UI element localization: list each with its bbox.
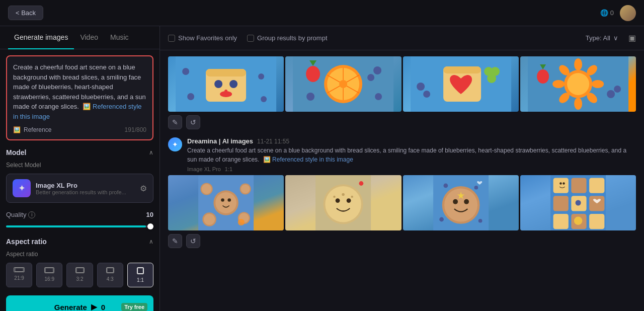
cookie-image-4[interactable] [520, 175, 636, 230]
svg-point-40 [574, 58, 582, 70]
group-results-toggle[interactable]: Group results by prompt [247, 34, 327, 42]
refresh-button-1[interactable]: ↺ [186, 115, 200, 129]
svg-point-48 [537, 69, 549, 84]
svg-point-28 [375, 93, 382, 100]
fruit-image-section: ✎ ↺ ✦ Dreamina | AI images 11-21 11:55 C… [160, 50, 644, 258]
fruit-image-4[interactable] [520, 56, 636, 112]
svg-point-96 [562, 182, 565, 184]
slider-fill [6, 225, 146, 227]
try-free-badge: Try free [121, 303, 147, 311]
back-button[interactable]: < Back [8, 6, 43, 20]
model-chevron-icon[interactable]: ∧ [149, 149, 153, 156]
generate-count: 0 [101, 303, 105, 312]
select-model-label: Select Model [6, 162, 153, 169]
aspect-btn-16-9[interactable]: 16:9 [36, 263, 62, 287]
archive-icon[interactable]: ▣ [628, 33, 636, 43]
svg-rect-0 [15, 268, 24, 271]
svg-rect-31 [443, 66, 481, 73]
ai-model-tag: Image XL Pro [187, 166, 221, 172]
aspect-btn-4-3[interactable]: 4:3 [97, 263, 123, 287]
generate-button[interactable]: Generate ▶ 0 Try free [6, 295, 153, 311]
prompt-box[interactable]: Create a cheerful food art scene on a bl… [6, 55, 153, 140]
svg-point-84 [478, 219, 482, 223]
svg-rect-2 [76, 268, 83, 272]
fruit-svg-4 [520, 56, 636, 112]
svg-point-62 [204, 214, 215, 225]
type-dropdown[interactable]: Type: All ∨ [586, 34, 618, 42]
globe-badge: 🌐 0 [600, 9, 614, 17]
ai-meta: Dreamina | AI images 11-21 11:55 Create … [187, 137, 636, 172]
sidebar: Generate images Video Music Create a che… [0, 26, 160, 311]
model-section-header: Model ∧ [6, 148, 153, 157]
fruit-image-2[interactable] [285, 56, 401, 112]
group-results-checkbox[interactable] [247, 35, 254, 42]
type-label: Type: All [586, 34, 610, 42]
svg-point-51 [614, 86, 621, 93]
refresh-button-2[interactable]: ↺ [186, 234, 200, 248]
fruit-svg-3 [403, 56, 519, 112]
aspect-ratio-label: Aspect ratio [6, 251, 153, 258]
generate-icon: ▶ [91, 302, 97, 311]
svg-point-73 [351, 196, 353, 198]
cookie-svg-2 [285, 175, 401, 230]
svg-point-26 [367, 74, 374, 81]
cookie-image-1[interactable] [168, 175, 284, 230]
svg-point-12 [182, 68, 189, 75]
fruit-image-1[interactable] [168, 56, 284, 112]
tab-generate-images[interactable]: Generate images [8, 26, 74, 49]
svg-point-60 [241, 185, 250, 194]
svg-rect-89 [553, 196, 568, 211]
svg-rect-87 [571, 178, 586, 193]
aspect-btn-21-9[interactable]: 21:9 [6, 263, 32, 287]
cookie-image-2[interactable] [285, 175, 401, 230]
svg-rect-86 [553, 178, 568, 193]
svg-rect-94 [589, 214, 604, 229]
svg-point-22 [339, 80, 347, 88]
cookie-svg-4 [520, 175, 636, 230]
fruit-image-3[interactable] [403, 56, 519, 112]
content-scroll[interactable]: ✎ ↺ ✦ Dreamina | AI images 11-21 11:55 C… [160, 50, 644, 311]
svg-point-46 [552, 80, 565, 88]
svg-point-81 [443, 184, 448, 188]
svg-point-97 [575, 200, 581, 206]
svg-point-23 [306, 66, 320, 82]
globe-icon: 🌐 [600, 9, 608, 17]
quality-slider[interactable] [6, 225, 153, 227]
svg-point-15 [261, 96, 267, 102]
svg-point-72 [334, 196, 336, 198]
aspect-btn-3-2[interactable]: 3:2 [66, 263, 93, 287]
reference-button[interactable]: 🖼️ Reference [13, 126, 51, 133]
svg-rect-92 [553, 214, 568, 229]
tab-video[interactable]: Video [74, 26, 104, 49]
tab-music[interactable]: Music [104, 26, 135, 49]
svg-point-39 [567, 73, 589, 95]
cookie-image-row [168, 175, 636, 230]
aspect-ratio-section: Aspect ratio ∧ Aspect ratio 21:9 16:9 [6, 238, 153, 287]
model-card[interactable]: ✦ Image XL Pro Better generation results… [6, 174, 153, 203]
aspect-btn-1-1[interactable]: 1:1 [127, 263, 153, 287]
aspect-ratio-options: 21:9 16:9 3:2 4:3 [6, 263, 153, 287]
aspect-icon-21-9 [14, 267, 25, 272]
ai-name-row: Dreamina | AI images 11-21 11:55 [187, 137, 636, 145]
aspect-ratio-title: Aspect ratio [6, 238, 47, 246]
ai-response-header: ✦ Dreamina | AI images 11-21 11:55 Creat… [168, 133, 636, 175]
ai-name: Dreamina | AI images [187, 137, 253, 145]
aspect-ratio-header: Aspect ratio ∧ [6, 238, 153, 246]
first-section-controls: ✎ ↺ [168, 113, 636, 133]
quality-label: Quality i [6, 211, 35, 218]
show-favorites-checkbox[interactable] [168, 35, 175, 42]
svg-point-25 [373, 66, 381, 74]
cookie-image-3[interactable] [403, 175, 519, 230]
show-favorites-toggle[interactable]: Show Favorites only [168, 34, 237, 42]
model-settings-icon[interactable]: ⚙ [140, 184, 147, 193]
content-area: Show Favorites only Group results by pro… [160, 26, 644, 311]
model-info: Image XL Pro Better generation results w… [36, 182, 135, 195]
edit-button-1[interactable]: ✎ [168, 115, 182, 129]
aspect-chevron-icon[interactable]: ∧ [149, 238, 153, 245]
edit-button-2[interactable]: ✎ [168, 234, 182, 248]
quality-section: Quality i 10 [6, 211, 153, 229]
avatar[interactable] [620, 5, 636, 21]
model-icon: ✦ [13, 179, 31, 197]
ai-prompt-link[interactable]: Referenced style in this image [272, 156, 353, 163]
svg-rect-4 [137, 268, 143, 273]
